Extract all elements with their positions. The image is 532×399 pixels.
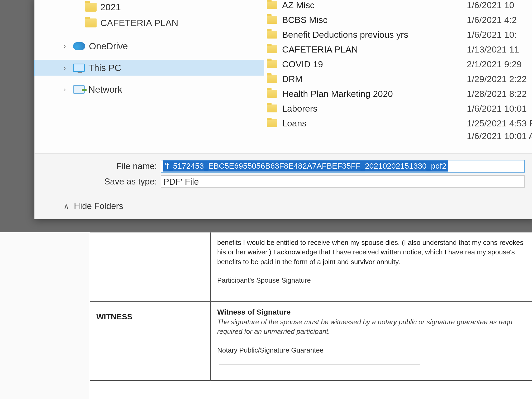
signature-line [315,285,515,285]
savetype-value: PDF' File [163,177,199,187]
doc-witness-section: Witness of Signature The signature of th… [211,302,532,381]
folder-date: 1/6/2021 4:2 [456,15,532,25]
expand-icon[interactable]: › [64,42,69,50]
folder-date: 1/6/2021 10:01 [456,103,532,114]
witness-title: Witness of Signature [217,307,525,317]
folder-icon [267,75,277,83]
tree-label: Network [88,84,122,95]
folder-date: 1/28/2021 8:22 [456,89,532,99]
folder-name: Benefit Deductions previous yrs [282,30,456,40]
doc-cell-blank [90,232,211,302]
folder-icon [267,119,277,127]
folder-icon [267,31,277,39]
folder-icon [267,60,277,68]
folder-icon [267,16,277,24]
folder-date: 1/6/2021 10 [456,0,532,10]
folder-name: Loans [282,118,456,129]
folder-date: 2/1/2021 9:29 [456,59,532,69]
onedrive-icon [73,42,85,50]
folder-icon [267,1,277,9]
folder-name: CAFETERIA PLAN [282,44,456,55]
tree-item-onedrive[interactable]: › OneDrive [35,38,264,54]
savetype-label: Save as type: [35,177,161,187]
filename-label: File name: [35,161,161,171]
tree-item-cafeteria-plan[interactable]: CAFETERIA PLAN [35,15,264,31]
folder-name: DRM [282,74,456,84]
list-item[interactable]: COVID 19 2/1/2021 9:29 [264,57,532,72]
folder-name: COVID 19 [282,59,456,69]
hide-folders-label: Hide Folders [74,201,123,211]
folder-date: 1/6/2021 10: [456,30,532,40]
list-item[interactable]: Benefit Deductions previous yrs 1/6/2021… [264,27,532,42]
expand-icon[interactable]: › [64,86,69,94]
folder-name: AZ Misc [282,0,456,10]
folder-icon [85,3,97,12]
list-item[interactable]: CAFETERIA PLAN 1/13/2021 11 [264,42,532,57]
list-item[interactable]: DRM 1/29/2021 2:22 [264,72,532,86]
list-item[interactable]: AZ Misc 1/6/2021 10 [264,0,532,12]
file-list[interactable]: AZ Misc 1/6/2021 10 BCBS Misc 1/6/2021 4… [264,0,532,153]
filename-value: 'f_5172453_EBC5E6955056B63F8E482A7AFBEF3… [163,160,448,172]
tree-item-2021[interactable]: 2021 [35,0,264,15]
navigation-pane[interactable]: 2021 CAFETERIA PLAN › OneDrive › This PC [35,0,264,153]
tree-label: 2021 [100,2,121,12]
background-document: benefits I would be entitled to receive … [0,232,532,399]
filename-section: File name: 'f_5172453_EBC5E6955056B63F8E… [35,153,532,194]
chevron-up-icon: ∧ [64,202,69,211]
doc-spouse-text: benefits I would be entitled to receive … [217,238,525,267]
savetype-select[interactable]: PDF' File [161,175,525,188]
list-item[interactable]: Laborers 1/6/2021 10:01 [264,101,532,116]
list-item[interactable]: 1/6/2021 10:01 A [264,131,532,141]
folder-icon [267,45,277,53]
folder-date: 1/13/2021 11 [456,44,532,55]
folder-date: 1/25/2021 4:53 P [456,118,532,129]
folder-icon [267,104,277,112]
doc-witness-heading: WITNESS [90,302,211,381]
folder-icon [85,18,97,27]
tree-label: OneDrive [89,41,128,51]
signature-line [219,364,420,364]
list-item[interactable]: Loans 1/25/2021 4:53 P [264,116,532,131]
list-item[interactable]: Health Plan Marketing 2020 1/28/2021 8:2… [264,86,532,101]
folder-name: BCBS Misc [282,15,456,25]
network-icon [73,85,85,94]
tree-item-network[interactable]: › Network [35,82,264,97]
doc-spouse-section: benefits I would be entitled to receive … [211,232,532,302]
tree-label: CAFETERIA PLAN [100,18,178,28]
tree-item-this-pc[interactable]: › This PC [35,60,264,76]
folder-date: 1/29/2021 2:22 [456,74,532,84]
notary-label: Notary Public/Signature Guarantee [217,346,324,354]
spouse-sig-label: Participant's Spouse Signature [217,276,311,284]
folder-name: Health Plan Marketing 2020 [282,89,456,99]
folder-date: 1/6/2021 10:01 A [456,131,532,141]
expand-icon[interactable]: › [64,64,69,72]
filename-input[interactable]: 'f_5172453_EBC5E6955056B63F8E482A7AFBEF3… [161,160,525,173]
witness-para: The signature of the spouse must be witn… [217,317,525,336]
list-item[interactable]: BCBS Misc 1/6/2021 4:2 [264,12,532,27]
dialog-footer: ∧ Hide Folders [35,194,532,219]
tree-label: This PC [88,63,121,73]
save-as-dialog: 2021 CAFETERIA PLAN › OneDrive › This PC [34,0,532,219]
folder-icon [267,90,277,98]
hide-folders-toggle[interactable]: ∧ Hide Folders [64,201,123,211]
folder-name: Laborers [282,103,456,114]
this-pc-icon [73,64,85,72]
